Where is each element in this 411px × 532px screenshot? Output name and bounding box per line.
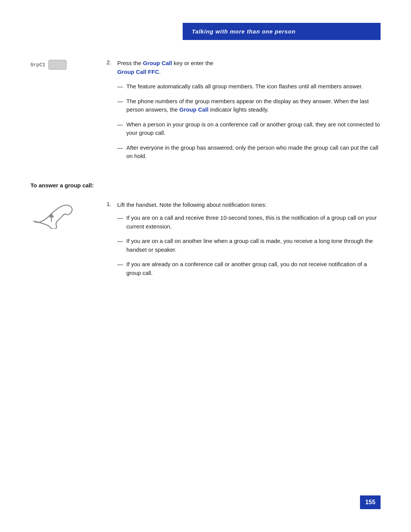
bullet-item: — When a person in your group is on a co… xyxy=(117,120,381,137)
bullet1-text: The feature automatically calls all grou… xyxy=(126,82,381,91)
answer-section: 1. Lift the handset. Note the following … xyxy=(30,201,381,284)
step2-bullet-list: — The feature automatically calls all gr… xyxy=(117,82,381,161)
step2-number: 2. xyxy=(107,59,114,66)
bullet-item: — If you are already on a conference cal… xyxy=(117,260,381,277)
page-number-text: 155 xyxy=(365,499,376,506)
group-call-ffc-link: Group Call FFC xyxy=(117,69,159,75)
page-container: Talking with more than one person GrpC1 … xyxy=(0,0,411,532)
grpc1-label: GrpC1 xyxy=(30,62,45,68)
bullet2-text: The phone numbers of the group members a… xyxy=(126,97,381,114)
lift-step-content: Lift the handset. Note the following abo… xyxy=(117,201,381,284)
step2-icon-area: GrpC1 xyxy=(30,59,107,70)
answer-bullet-list: — If you are on a call and receive three… xyxy=(117,214,381,277)
answer-section-header: To answer a group call: xyxy=(30,182,381,189)
bullet-item: — The feature automatically calls all gr… xyxy=(117,82,381,91)
group-call-link2: Group Call xyxy=(179,106,209,113)
answer-bullet3: If you are already on a conference call … xyxy=(126,260,381,277)
lift-intro: Lift the handset. Note the following abo… xyxy=(117,201,381,209)
header-banner: Talking with more than one person xyxy=(183,23,381,40)
group-call-link1: Group Call xyxy=(143,60,172,66)
handset-icon-area xyxy=(30,201,107,229)
phone-key-icon xyxy=(48,60,67,70)
bullet3-text: When a person in your group is on a conf… xyxy=(126,120,381,137)
header-banner-text: Talking with more than one person xyxy=(192,28,296,35)
bullet-item: — If you are on a call and receive three… xyxy=(117,214,381,231)
step2-content: Press the Group Call key or enter the Gr… xyxy=(117,59,381,167)
answer-bullet2: If you are on a call on another line whe… xyxy=(126,237,381,254)
handset-icon xyxy=(30,202,76,229)
bullet-item: — After everyone in the group has answer… xyxy=(117,144,381,161)
bullet4-text: After everyone in the group has answered… xyxy=(126,144,381,161)
bullet-item: — The phone numbers of the group members… xyxy=(117,97,381,114)
step2-section: GrpC1 2. Press the Group Call key or ent… xyxy=(30,59,381,167)
page-number-badge: 155 xyxy=(360,495,381,509)
bullet-item: — If you are on a call on another line w… xyxy=(117,237,381,254)
answer-bullet1: If you are on a call and receive three 1… xyxy=(126,214,381,231)
answer-step-number: 1. xyxy=(107,201,114,207)
step2-intro: Press the Group Call key or enter the Gr… xyxy=(117,59,381,76)
